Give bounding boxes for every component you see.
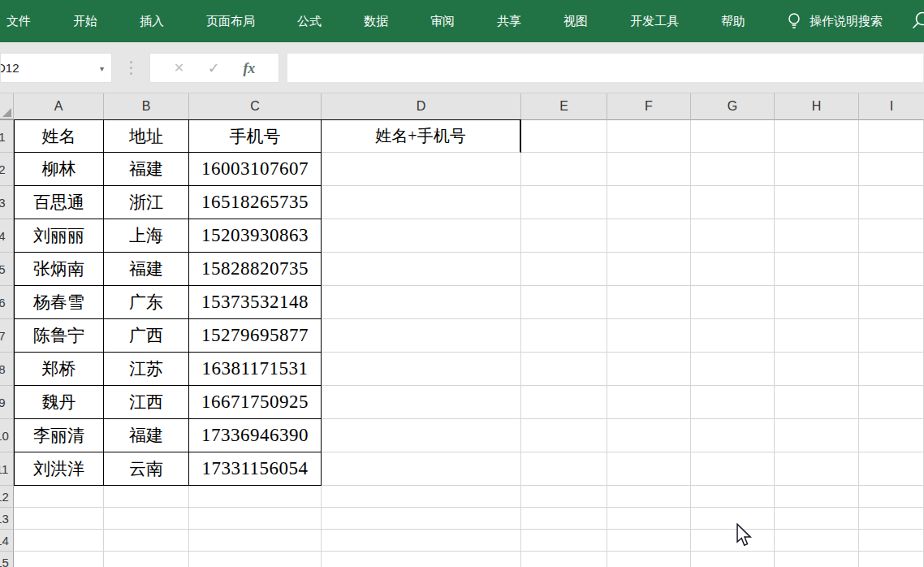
cell-H5[interactable] xyxy=(775,253,859,286)
cell-D11[interactable] xyxy=(322,452,521,486)
cell-E1[interactable] xyxy=(521,119,607,153)
cell-I13[interactable] xyxy=(859,508,924,530)
cell-E5[interactable] xyxy=(521,253,607,286)
row-header-1[interactable]: 1 xyxy=(0,119,14,153)
cell-A1[interactable]: 姓名 xyxy=(14,119,104,153)
col-header-C[interactable]: C xyxy=(189,93,322,119)
cell-D15[interactable] xyxy=(322,552,521,567)
cell-H15[interactable] xyxy=(775,552,859,567)
cell-H13[interactable] xyxy=(775,508,859,530)
cell-A13[interactable] xyxy=(14,508,104,530)
cell-A12[interactable] xyxy=(14,486,104,508)
cell-I1[interactable] xyxy=(859,119,924,153)
ribbon-tab-review[interactable]: 审阅 xyxy=(409,0,476,42)
cell-B14[interactable] xyxy=(104,530,189,552)
row-header-2[interactable]: 2 xyxy=(0,153,14,186)
cell-G1[interactable] xyxy=(691,119,775,153)
cell-A3[interactable]: 百思通 xyxy=(14,186,104,219)
cell-H8[interactable] xyxy=(775,353,859,386)
cell-H4[interactable] xyxy=(775,219,859,253)
cell-I8[interactable] xyxy=(859,353,924,386)
col-header-B[interactable]: B xyxy=(104,93,189,119)
cell-I3[interactable] xyxy=(859,186,924,219)
cell-D4[interactable] xyxy=(322,219,521,253)
ribbon-tab-share[interactable]: 共享 xyxy=(476,0,542,42)
cell-B8[interactable]: 江苏 xyxy=(104,353,189,386)
cell-D3[interactable] xyxy=(322,186,521,219)
cell-A4[interactable]: 刘丽丽 xyxy=(14,219,104,253)
col-header-I[interactable]: I xyxy=(859,93,924,119)
cell-E3[interactable] xyxy=(521,186,607,219)
cell-E9[interactable] xyxy=(521,386,607,419)
cell-A11[interactable]: 刘洪洋 xyxy=(14,452,104,486)
cell-G15[interactable] xyxy=(691,552,775,567)
cell-F4[interactable] xyxy=(607,219,691,253)
cell-B12[interactable] xyxy=(104,486,189,508)
cell-C11[interactable]: 17331156054 xyxy=(189,452,322,486)
cell-G12[interactable] xyxy=(691,486,775,508)
row-header-7[interactable]: 7 xyxy=(0,319,14,353)
cell-B4[interactable]: 上海 xyxy=(104,219,189,253)
cell-C1[interactable]: 手机号 xyxy=(189,119,322,153)
cell-H6[interactable] xyxy=(775,286,859,319)
cell-D10[interactable] xyxy=(322,419,521,452)
cell-G5[interactable] xyxy=(691,253,775,286)
cell-I2[interactable] xyxy=(859,153,924,186)
col-header-F[interactable]: F xyxy=(607,93,691,119)
cell-F1[interactable] xyxy=(607,119,691,153)
cell-B7[interactable]: 广西 xyxy=(104,319,189,353)
cell-A6[interactable]: 杨春雪 xyxy=(14,286,104,319)
cell-D12[interactable] xyxy=(322,486,521,508)
row-header-5[interactable]: 5 xyxy=(0,253,14,286)
cell-D13[interactable] xyxy=(322,508,521,530)
cell-I6[interactable] xyxy=(859,286,924,319)
ribbon-tab-view[interactable]: 视图 xyxy=(542,0,609,42)
cell-E4[interactable] xyxy=(521,219,607,253)
cell-C4[interactable]: 15203930863 xyxy=(189,219,322,253)
col-header-D[interactable]: D xyxy=(322,93,521,119)
cell-E12[interactable] xyxy=(521,486,607,508)
row-header-9[interactable]: 9 xyxy=(0,386,14,419)
cancel-icon[interactable]: ✕ xyxy=(174,62,184,75)
cell-C12[interactable] xyxy=(189,486,322,508)
cell-F9[interactable] xyxy=(607,386,691,419)
cell-A8[interactable]: 郑桥 xyxy=(14,353,104,386)
cell-A7[interactable]: 陈鲁宁 xyxy=(14,319,104,353)
cell-C5[interactable]: 15828820735 xyxy=(189,253,322,286)
row-header-14[interactable]: 14 xyxy=(0,530,14,552)
cell-G6[interactable] xyxy=(691,286,775,319)
cell-H12[interactable] xyxy=(775,486,859,508)
ribbon-tab-insert[interactable]: 插入 xyxy=(119,0,185,42)
cell-H14[interactable] xyxy=(775,530,859,552)
cell-F7[interactable] xyxy=(607,319,691,353)
cell-C10[interactable]: 17336946390 xyxy=(189,419,322,452)
cell-B2[interactable]: 福建 xyxy=(104,153,189,186)
col-header-E[interactable]: E xyxy=(521,93,607,119)
ribbon-tab-file[interactable]: 文件 xyxy=(0,0,52,42)
row-header-10[interactable]: 10 xyxy=(0,419,14,452)
row-header-13[interactable]: 13 xyxy=(0,508,14,530)
cell-D7[interactable] xyxy=(322,319,521,353)
cell-B11[interactable]: 云南 xyxy=(104,452,189,486)
cell-B15[interactable] xyxy=(104,552,189,567)
cell-C7[interactable]: 15279695877 xyxy=(189,319,322,353)
formula-input[interactable] xyxy=(287,53,924,83)
cell-I5[interactable] xyxy=(859,253,924,286)
ribbon-tab-layout[interactable]: 页面布局 xyxy=(185,0,276,42)
cell-E10[interactable] xyxy=(521,419,607,452)
enter-icon[interactable]: ✓ xyxy=(208,61,220,76)
insert-function-icon[interactable]: fx xyxy=(243,61,255,76)
cell-A15[interactable] xyxy=(14,552,104,567)
cell-A14[interactable] xyxy=(14,530,104,552)
cell-F8[interactable] xyxy=(607,353,691,386)
cell-B1[interactable]: 地址 xyxy=(104,119,189,153)
cell-B9[interactable]: 江西 xyxy=(104,386,189,419)
cell-F11[interactable] xyxy=(607,452,691,486)
cell-F12[interactable] xyxy=(607,486,691,508)
cell-G9[interactable] xyxy=(691,386,775,419)
row-header-3[interactable]: 3 xyxy=(0,186,14,219)
cell-D6[interactable] xyxy=(322,286,521,319)
cell-H3[interactable] xyxy=(775,186,859,219)
cell-F14[interactable] xyxy=(607,530,691,552)
cell-G2[interactable] xyxy=(691,153,775,186)
